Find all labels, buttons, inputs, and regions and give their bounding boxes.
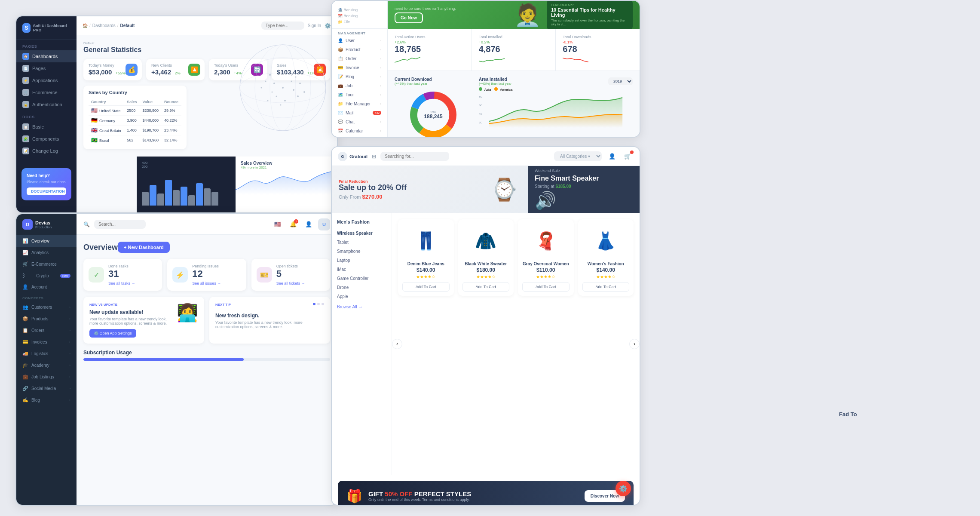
app-sidebar-order[interactable]: 📋 Order › [332, 54, 387, 63]
ec-user-icon[interactable]: 👤 [606, 150, 618, 163]
app-sidebar-calendar[interactable]: 📅 Calendar › [332, 126, 387, 135]
ec-nav-apple[interactable]: Apple [332, 292, 392, 301]
flag-button[interactable]: 🇺🇸 [272, 218, 284, 230]
booking-item[interactable]: 📅 Booking [338, 14, 381, 18]
pending-issues-link[interactable]: See all issues → [192, 281, 221, 286]
documentation-button[interactable]: DOCUMENTATION [27, 187, 66, 195]
contacts-button[interactable]: 👤 [303, 218, 315, 230]
app-sidebar-user[interactable]: 👤 User › [332, 36, 387, 45]
ec-nav-game-controller[interactable]: Game Controller [332, 274, 392, 283]
app-sidebar-tour[interactable]: 🗺️ Tour › [332, 90, 387, 99]
devias-nav-social-media[interactable]: 🔗 Social Media › [16, 383, 77, 394]
devias-search[interactable] [94, 220, 146, 229]
ec-left-nav: Men's Fashion Wireless Speaker Tablet Sm… [332, 213, 392, 475]
sidebar-item-basic[interactable]: 📋 Basic [16, 121, 77, 133]
devias-nav-academy[interactable]: 🎓 Academy › [16, 359, 77, 371]
notifications-button[interactable]: 🔔 2 [287, 218, 299, 230]
svg-point-9 [273, 83, 275, 84]
svg-point-7 [286, 72, 288, 74]
sidebar-item-applications[interactable]: ⚡ Applications [16, 74, 77, 86]
hero-illustration: 🧑‍💼 [514, 3, 541, 28]
devias-nav-blog[interactable]: ✍️ Blog › [16, 394, 77, 406]
devias-nav-invoices[interactable]: 💳 Invoices › [16, 336, 77, 348]
dashboards-icon: 🏠 [22, 53, 29, 60]
app-sidebar-product[interactable]: 📦 Product › [332, 45, 387, 54]
update-badge-1: NEW V6 UPDATE [89, 303, 172, 307]
pending-issues-value: 12 [192, 268, 221, 280]
sidebar-item-dashboards[interactable]: 🏠 Dashboards [16, 50, 77, 62]
ec-nav-smartphone[interactable]: Smartphone [332, 247, 392, 256]
ec-categories-select[interactable]: All Categories ▾ [554, 151, 602, 161]
settings-icon[interactable]: ⚙️ [325, 23, 331, 29]
bounce-cell: 40.22% [162, 116, 181, 126]
job-listings-arrow: › [69, 375, 70, 379]
social-media-label: Social Media [31, 386, 56, 391]
ec-browse-all[interactable]: Browse All → [332, 301, 392, 313]
file-item[interactable]: 📁 File [338, 20, 381, 24]
year-select[interactable]: 2019 2020 2021 [608, 77, 633, 85]
sidebar-item-components[interactable]: 🧩 Components [16, 133, 77, 145]
bar-10 [211, 192, 218, 206]
ec-products-grid: 👖 Denim Blue Jeans $140.00 ★★★★☆ Add To … [398, 219, 634, 296]
new-dashboard-button[interactable]: + New Dashboard [118, 242, 170, 253]
devias-nav-ecommerce[interactable]: 🛒 E-Commerce [16, 258, 77, 270]
area-installed-title: Area Installed [479, 77, 511, 82]
devias-nav-account[interactable]: 👤 Account [16, 281, 77, 293]
ec-cart-badge [630, 150, 634, 154]
ec-cart-icon[interactable]: 🛒 [622, 150, 634, 163]
ec-nav-wireless-speaker[interactable]: Wireless Speaker [332, 229, 392, 238]
new-clients-delta: 2% [175, 71, 181, 75]
sidebar-item-ecommerce[interactable]: 🛒 Ecommerce [16, 86, 77, 98]
ec-search-input[interactable] [380, 152, 449, 161]
ec-fab-button[interactable]: ⚙️ [616, 481, 631, 496]
app-sidebar-chat[interactable]: 💬 Chat › [332, 117, 387, 126]
dot-3 [322, 303, 324, 305]
go-now-button[interactable]: Go Now [395, 12, 423, 23]
sidebar-help-sub: Please check our docs [27, 180, 66, 184]
sidebar-item-authentication[interactable]: 🔒 Authentication [16, 98, 77, 111]
sidebar-item-changelog[interactable]: 📝 Change Log [16, 145, 77, 157]
banking-item[interactable]: 🏦 Banking [338, 8, 381, 12]
svg-point-21 [303, 91, 305, 93]
add-to-cart-1[interactable]: Add To Cart [402, 282, 450, 292]
add-to-cart-3[interactable]: Add To Cart [522, 282, 570, 292]
devias-nav-analytics[interactable]: 📈 Analytics [16, 247, 77, 258]
topbar-search[interactable] [261, 22, 304, 30]
prev-product-button[interactable]: ‹ [392, 339, 402, 349]
open-tickets-link[interactable]: See all tickets → [276, 281, 305, 286]
product-card-1: 👖 Denim Blue Jeans $140.00 ★★★★☆ Add To … [398, 219, 454, 296]
ec-nav-drone[interactable]: Drone [332, 283, 392, 292]
app-sidebar-blog[interactable]: 📝 Blog › [332, 72, 387, 81]
open-app-settings-button[interactable]: ⚙️ Open App Settings [89, 329, 136, 338]
devias-nav-logistics[interactable]: 🚚 Logistics › [16, 348, 77, 359]
devias-nav-orders[interactable]: 📋 Orders › [16, 325, 77, 336]
devias-nav-job-listings[interactable]: 💼 Job Listings › [16, 371, 77, 383]
add-to-cart-2[interactable]: Add To Cart [462, 282, 510, 292]
product-2-name: Black White Sweater [462, 261, 510, 266]
sign-in-button[interactable]: Sign In [308, 23, 321, 28]
ec-nav-imac[interactable]: iMac [332, 265, 392, 274]
stats-topbar: 🏠 / Dashboards / Default Sign In ⚙️ [77, 16, 337, 35]
devias-nav-crypto[interactable]: ₿ Crypto New [16, 270, 77, 281]
sidebar-item-pages[interactable]: 📄 Pages [16, 62, 77, 74]
general-statistics-panel: S Soft UI Dashboard PRO PAGES 🏠 Dashboar… [15, 15, 338, 213]
app-sidebar-invoice[interactable]: 💳 Invoice › [332, 63, 387, 72]
pages-section-label: PAGES [16, 40, 77, 50]
devias-nav-customers[interactable]: 👥 Customers › [16, 301, 77, 313]
add-to-cart-4[interactable]: Add To Cart [582, 282, 630, 292]
ec-grid-icon[interactable]: ⊞ [372, 154, 376, 160]
devias-topbar-right: 🇺🇸 🔔 2 👤 U [272, 218, 330, 230]
blog-nav-arrow: › [69, 398, 70, 402]
next-product-button[interactable]: › [629, 339, 640, 349]
ec-hero-section: Final Reduction Sale up to 20% Off Only … [332, 166, 640, 213]
app-sidebar-job[interactable]: 💼 Job › [332, 81, 387, 90]
file-manager-icon: 📁 [338, 101, 343, 106]
ec-nav-tablet[interactable]: Tablet [332, 238, 392, 247]
ec-nav-laptop[interactable]: Laptop [332, 256, 392, 265]
update-card-1: NEW V6 UPDATE New update available! Your… [83, 297, 204, 344]
done-tasks-link[interactable]: See all tasks → [108, 281, 135, 286]
devias-nav-products[interactable]: 📦 Products › [16, 313, 77, 325]
app-sidebar-file-manager[interactable]: 📁 File Manager › [332, 99, 387, 108]
app-sidebar-mail[interactable]: ✉️ Mail +32 [332, 108, 387, 117]
devias-nav-overview[interactable]: 📊 Overview [16, 235, 77, 247]
